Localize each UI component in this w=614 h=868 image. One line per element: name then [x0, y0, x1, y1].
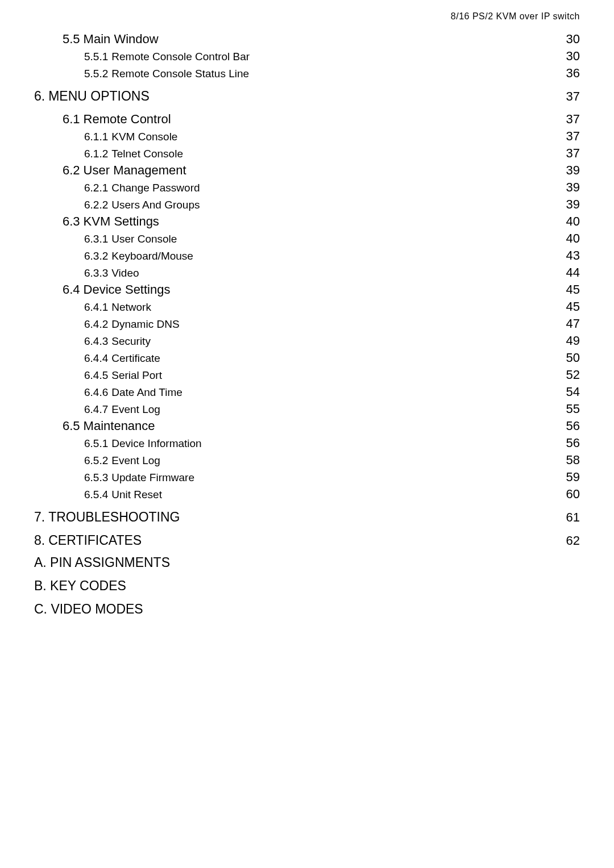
toc-entry: 6.5 Maintenance56 — [63, 419, 580, 433]
toc-entry-page: 60 — [557, 487, 580, 502]
toc-entry-page: 39 — [557, 180, 580, 195]
toc-entry-number: 6.4.4 — [84, 352, 108, 365]
toc-entry-number: 6.3.2 — [84, 250, 108, 262]
toc-entry-page: 61 — [557, 510, 580, 525]
toc-entry: 6.4.7 Event Log55 — [84, 402, 580, 416]
toc-entry: 5.5.1 Remote Console Control Bar30 — [84, 49, 580, 64]
toc-entry-title: Date And Time — [111, 386, 182, 399]
toc-entry-title: Remote Console Control Bar — [111, 51, 250, 63]
toc-entry-number: 7. — [34, 510, 45, 525]
toc-entry-number: 6.4.5 — [84, 369, 108, 382]
toc-entry-page: 30 — [557, 32, 580, 47]
toc-entry-page: 56 — [557, 419, 580, 433]
toc-entry-number: 6.4.6 — [84, 386, 108, 399]
toc-entry-page: 40 — [557, 214, 580, 229]
toc-entry-title: Serial Port — [111, 369, 162, 382]
toc-entry-page: 50 — [557, 350, 580, 365]
toc-entry: 6.4.4 Certificate50 — [84, 350, 580, 365]
toc-entry-number: 5.5 — [63, 32, 80, 47]
toc-entry-title: Main Window — [84, 32, 159, 47]
toc-entry-title: Device Information — [111, 437, 201, 450]
toc-entry-title: Event Log — [111, 403, 160, 416]
toc-entry: 6.5.1 Device Information56 — [84, 436, 580, 450]
toc-entry: 6.1.2 Telnet Console37 — [84, 146, 580, 161]
toc-entry-title: Security — [111, 335, 151, 348]
toc-entry: 7. TROUBLESHOOTING61 — [34, 510, 580, 525]
toc-entry-title: CERTIFICATES — [48, 533, 142, 548]
toc-entry-number: 6.4 — [63, 282, 80, 297]
toc-entry-title: Maintenance — [84, 419, 155, 433]
toc-entry-page: 39 — [557, 197, 580, 212]
toc-entry-number: 6.1.1 — [84, 131, 108, 143]
toc-entry-page: 37 — [557, 89, 580, 104]
toc-entry-title: Remote Console Status Line — [111, 68, 249, 80]
toc-entry-number: 5.5.2 — [84, 68, 108, 80]
toc-entry-number: 6.5.2 — [84, 454, 108, 467]
toc-entry: 6.5.3 Update Firmware59 — [84, 470, 580, 485]
toc-entry-title: TROUBLESHOOTING — [48, 510, 180, 525]
toc-entry-page: 49 — [557, 333, 580, 348]
toc-entry-title: Certificate — [111, 352, 160, 365]
toc-entry: 6.4.5 Serial Port52 — [84, 368, 580, 382]
toc-entry-page: 47 — [557, 316, 580, 331]
appendix-entry: C. VIDEO MODES — [34, 602, 580, 617]
page-header: 8/16 PS/2 KVM over IP switch — [34, 11, 580, 22]
toc-entry-title: Event Log — [111, 454, 160, 467]
toc-entry-title: Video — [111, 267, 139, 279]
toc-entry-title: KVM Settings — [84, 214, 159, 229]
toc-entry: 6.1.1 KVM Console37 — [84, 129, 580, 144]
document-page: 8/16 PS/2 KVM over IP switch 5.5 Main Wi… — [0, 0, 614, 868]
toc-entry-page: 44 — [557, 265, 580, 280]
toc-entry: 6.2 User Management39 — [63, 163, 580, 178]
toc-entry-number: 6.3.3 — [84, 267, 108, 279]
toc-entry-title: Keyboard/Mouse — [111, 250, 193, 262]
toc-entry: 6.3.1 User Console40 — [84, 231, 580, 246]
toc-entry-page: 56 — [557, 436, 580, 450]
toc-entry-page: 40 — [557, 231, 580, 246]
appendix-entry: A. PIN ASSIGNMENTS — [34, 555, 580, 570]
toc-entry-number: 6.3 — [63, 214, 80, 229]
toc-entry-title: Dynamic DNS — [111, 318, 179, 331]
appendix-list: A. PIN ASSIGNMENTSB. KEY CODESC. VIDEO M… — [34, 555, 580, 617]
toc-entry: 6.4 Device Settings45 — [63, 282, 580, 297]
toc-entry-title: Update Firmware — [111, 471, 194, 484]
toc-entry-page: 37 — [557, 112, 580, 127]
toc-entry-page: 58 — [557, 453, 580, 468]
toc-entry-title: KVM Console — [111, 131, 177, 143]
toc-entry-page: 45 — [557, 282, 580, 297]
toc-entry: 6.4.6 Date And Time54 — [84, 385, 580, 399]
toc-entry-number: 6.2.2 — [84, 199, 108, 211]
toc-entry-title: Unit Reset — [111, 489, 162, 501]
toc-entry-page: 55 — [557, 402, 580, 416]
toc-entry-number: 6.5.3 — [84, 471, 108, 484]
toc-entry: 6.5.4 Unit Reset60 — [84, 487, 580, 502]
toc-entry-number: 8. — [34, 533, 45, 548]
toc-entry-title: Change Password — [111, 182, 200, 194]
toc-entry-page: 54 — [557, 385, 580, 399]
toc-entry: 6.4.1 Network45 — [84, 299, 580, 314]
toc-entry-number: 6.1.2 — [84, 148, 108, 160]
toc-entry: 6.5.2 Event Log58 — [84, 453, 580, 468]
toc-entry: 6.3 KVM Settings40 — [63, 214, 580, 229]
toc-entry-number: 6.3.1 — [84, 233, 108, 245]
toc-entry: 6.4.3 Security49 — [84, 333, 580, 348]
toc-entry-title: MENU OPTIONS — [48, 89, 150, 104]
toc-entry-number: 5.5.1 — [84, 51, 108, 63]
toc-entry-number: 6.1 — [63, 112, 80, 127]
toc-entry: 6.3.3 Video44 — [84, 265, 580, 280]
toc-entry-page: 37 — [557, 146, 580, 161]
toc-entry-page: 37 — [557, 129, 580, 144]
toc-entry-page: 43 — [557, 248, 580, 263]
toc-entry-page: 36 — [557, 66, 580, 81]
toc-entry-page: 39 — [557, 163, 580, 178]
toc-entry: 6.2.2 Users And Groups39 — [84, 197, 580, 212]
toc-entry-number: 6.2 — [63, 163, 80, 178]
table-of-contents: 5.5 Main Window305.5.1 Remote Console Co… — [34, 32, 580, 548]
toc-entry-title: Network — [111, 301, 151, 314]
toc-entry-title: User Management — [84, 163, 186, 178]
toc-entry-page: 30 — [557, 49, 580, 64]
toc-entry: 6.2.1 Change Password39 — [84, 180, 580, 195]
toc-entry-number: 6. — [34, 89, 45, 104]
toc-entry: 6.3.2 Keyboard/Mouse43 — [84, 248, 580, 263]
toc-entry-number: 6.4.3 — [84, 335, 108, 348]
